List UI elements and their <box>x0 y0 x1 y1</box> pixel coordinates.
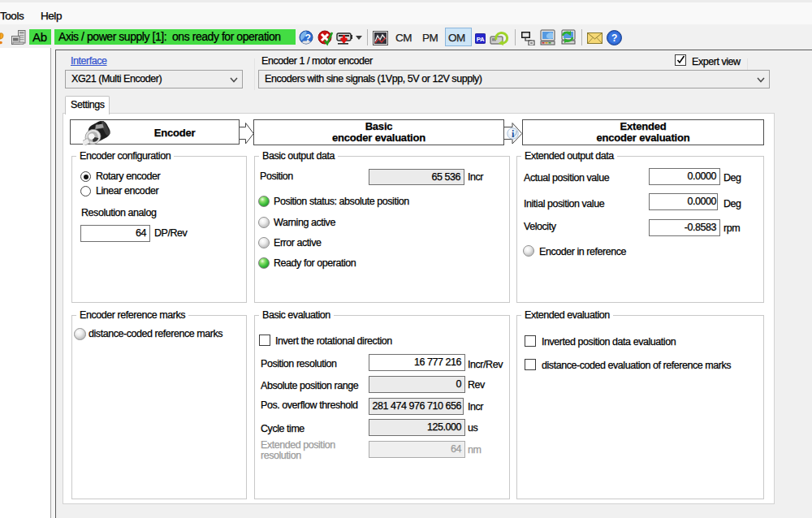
svg-text:?: ? <box>305 32 311 44</box>
svg-text:PA: PA <box>477 36 485 43</box>
svg-text:?: ? <box>611 32 617 44</box>
